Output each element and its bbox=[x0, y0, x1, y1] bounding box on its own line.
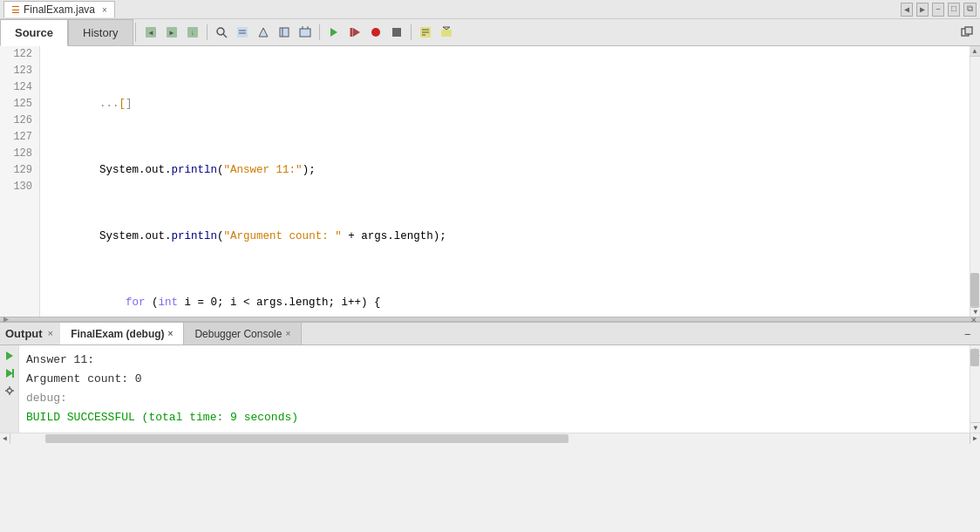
code-line-123: System.out.println("Answer 11:"); bbox=[47, 162, 963, 179]
output-tab-bar: FinalExam (debug) × Debugger Console × bbox=[60, 323, 960, 344]
toolbar-sep-2 bbox=[319, 24, 320, 40]
svg-point-20 bbox=[371, 28, 380, 37]
svg-rect-8 bbox=[237, 27, 248, 38]
toolbar-btn-1[interactable]: ◀ bbox=[141, 23, 160, 42]
line-num-126: 126 bbox=[3, 113, 32, 129]
toolbar-btn-7[interactable] bbox=[296, 23, 315, 42]
scroll-down-arrow[interactable]: ▼ bbox=[970, 306, 980, 317]
svg-marker-30 bbox=[6, 351, 13, 360]
toolbar-btn-4[interactable] bbox=[233, 23, 252, 42]
run-icon[interactable] bbox=[3, 349, 17, 363]
svg-text:▶: ▶ bbox=[169, 29, 174, 37]
bottom-scrollbar-thumb[interactable] bbox=[45, 434, 568, 443]
toolbar-btn-13[interactable] bbox=[437, 23, 456, 42]
code-line-124: System.out.println("Argument count: " + … bbox=[47, 228, 963, 245]
history-tab[interactable]: History bbox=[68, 19, 133, 45]
file-icon: ☰ bbox=[11, 4, 20, 16]
svg-marker-31 bbox=[6, 369, 13, 378]
svg-text:◀: ◀ bbox=[148, 29, 153, 37]
toolbar-btn-10[interactable] bbox=[366, 23, 385, 42]
output-tab-debugger-label: Debugger Console bbox=[194, 328, 282, 340]
settings-icon[interactable] bbox=[3, 384, 17, 398]
title-bar-controls: ◀ ▶ – □ ⧉ bbox=[901, 3, 977, 17]
output-line-3: debug: bbox=[26, 389, 963, 408]
nav-fwd-btn[interactable]: ▶ bbox=[916, 3, 929, 17]
svg-marker-27 bbox=[443, 27, 450, 30]
file-tab[interactable]: ☰ FinalExam.java × bbox=[3, 1, 115, 17]
toolbar-btn-9[interactable] bbox=[345, 23, 364, 42]
svg-rect-14 bbox=[300, 29, 310, 37]
output-title: Output bbox=[5, 327, 43, 340]
toolbar: ◀ ▶ ↓ bbox=[138, 19, 980, 45]
toolbar-sep-3 bbox=[411, 24, 412, 40]
code-line-125: for (int i = 0; i < args.length; i++) { bbox=[47, 295, 963, 311]
output-scroll-down[interactable]: ▼ bbox=[970, 422, 980, 433]
title-bar: ☰ FinalExam.java × ◀ ▶ – □ ⧉ bbox=[0, 0, 980, 19]
output-line-2: Argument count: 0 bbox=[26, 370, 963, 389]
output-minimize-btn[interactable]: – bbox=[961, 327, 975, 341]
toolbar-btn-6[interactable] bbox=[275, 23, 294, 42]
output-body: Answer 11: Argument count: 0 debug: BUIL… bbox=[0, 345, 980, 433]
output-header-left: Output × bbox=[5, 327, 53, 340]
minimize-btn[interactable]: – bbox=[932, 3, 944, 17]
output-tab-debugger[interactable]: Debugger Console × bbox=[184, 323, 302, 344]
svg-rect-29 bbox=[965, 27, 972, 34]
toolbar-sep-1 bbox=[207, 24, 208, 40]
svg-marker-11 bbox=[259, 28, 268, 37]
svg-point-6 bbox=[217, 28, 224, 35]
file-tab-close[interactable]: × bbox=[102, 5, 107, 15]
editor-scrollbar[interactable]: ▲ ▼ bbox=[970, 46, 980, 317]
toolbar-btn-12[interactable] bbox=[416, 23, 435, 42]
output-scrollbar[interactable]: ▲ ▼ bbox=[970, 345, 980, 433]
line-num-128: 128 bbox=[3, 146, 32, 162]
toolbar-btn-5[interactable] bbox=[254, 23, 273, 42]
svg-text:↓: ↓ bbox=[190, 29, 194, 37]
svg-marker-17 bbox=[330, 28, 337, 37]
line-num-127: 127 bbox=[3, 129, 32, 146]
line-num-124: 124 bbox=[3, 79, 32, 96]
step-icon[interactable] bbox=[3, 366, 17, 380]
line-num-125: 125 bbox=[3, 96, 32, 113]
line-num-122: 122 bbox=[3, 46, 32, 63]
maximize-editor-btn[interactable] bbox=[957, 23, 977, 42]
output-tab-finalexam-close[interactable]: × bbox=[168, 329, 174, 338]
line-num-123: 123 bbox=[3, 63, 32, 79]
toolbar-btn-8[interactable] bbox=[324, 23, 344, 42]
toolbar-btn-search[interactable] bbox=[212, 23, 231, 42]
output-line-1: Answer 11: bbox=[26, 351, 963, 370]
svg-line-7 bbox=[223, 34, 227, 38]
nav-back-btn[interactable]: ◀ bbox=[901, 3, 913, 17]
output-scrollbar-thumb[interactable] bbox=[970, 349, 979, 366]
output-content[interactable]: Answer 11: Argument count: 0 debug: BUIL… bbox=[19, 345, 970, 433]
line-numbers: 122 123 124 125 126 127 128 129 130 bbox=[0, 46, 40, 317]
output-sidebar bbox=[0, 345, 19, 433]
output-panel: Output × FinalExam (debug) × Debugger Co… bbox=[0, 322, 980, 443]
output-title-close[interactable]: × bbox=[48, 329, 54, 339]
line-num-129: 129 bbox=[3, 162, 32, 179]
toolbar-btn-2[interactable]: ▶ bbox=[162, 23, 181, 42]
restore-btn[interactable]: ⧉ bbox=[963, 3, 977, 17]
svg-rect-12 bbox=[280, 28, 289, 37]
source-tab[interactable]: Source bbox=[0, 19, 68, 46]
editor-scroll-top: ▲ bbox=[970, 46, 980, 57]
bottom-scrollbar[interactable]: ◀ ▶ bbox=[0, 433, 980, 443]
scroll-right-btn[interactable]: ▶ bbox=[970, 433, 980, 444]
svg-marker-19 bbox=[353, 28, 360, 37]
code-line-122: ...[] bbox=[47, 96, 963, 113]
toolbar-btn-11[interactable] bbox=[387, 23, 406, 42]
svg-point-33 bbox=[7, 389, 11, 393]
code-area[interactable]: ...[] System.out.println("Answer 11:"); … bbox=[40, 46, 970, 317]
output-tab-finalexam[interactable]: FinalExam (debug) × bbox=[60, 323, 184, 344]
maximize-btn[interactable]: □ bbox=[948, 3, 960, 17]
scroll-left-btn[interactable]: ◀ bbox=[0, 433, 10, 444]
editor-container: ▲ 122 123 124 125 126 127 128 129 130 ..… bbox=[0, 46, 980, 317]
line-num-130: 130 bbox=[3, 179, 32, 195]
output-header: Output × FinalExam (debug) × Debugger Co… bbox=[0, 323, 980, 345]
output-tab-debugger-close[interactable]: × bbox=[285, 329, 290, 338]
editor-scrollbar-thumb[interactable] bbox=[970, 273, 979, 308]
bottom-scrollbar-track[interactable] bbox=[10, 433, 970, 444]
scroll-up-btn[interactable]: ▲ bbox=[970, 46, 980, 57]
output-line-4: BUILD SUCCESSFUL (total time: 9 seconds) bbox=[26, 408, 963, 427]
title-bar-left: ☰ FinalExam.java × bbox=[3, 1, 115, 17]
toolbar-btn-3[interactable]: ↓ bbox=[183, 23, 202, 42]
